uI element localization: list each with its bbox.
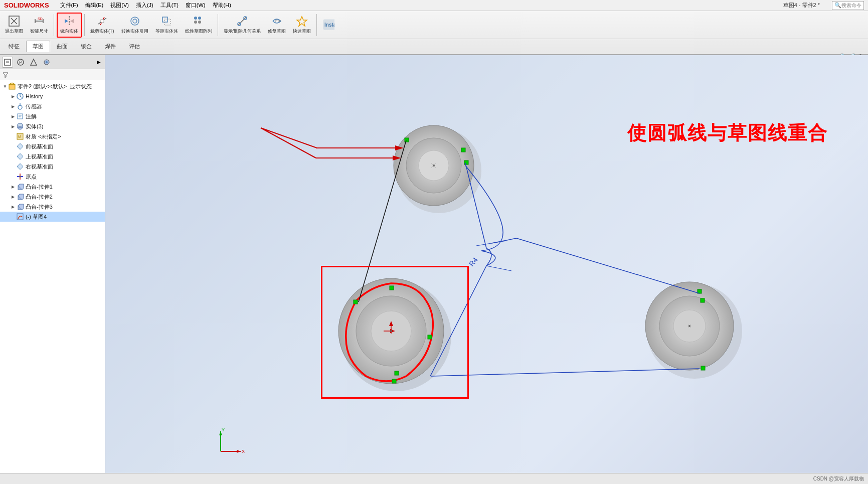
- annotation-icon: [16, 112, 24, 120]
- svg-marker-48: [17, 143, 23, 149]
- toolbar-separator-3: [218, 14, 218, 36]
- expand-icon-extrude3: ▶: [10, 204, 16, 210]
- menu-insert[interactable]: 插入(J): [133, 1, 156, 10]
- offset-entity-button[interactable]: 等距实体体: [152, 13, 181, 38]
- exit-sketch-button[interactable]: 退出草图: [2, 13, 26, 38]
- svg-point-18: [198, 21, 201, 24]
- tree-item-right-plane[interactable]: 右视基准面: [0, 162, 105, 172]
- svg-rect-80: [354, 300, 358, 304]
- svg-line-99: [486, 266, 511, 271]
- mirror-entity-button[interactable]: 镜向实体: [57, 13, 82, 38]
- window-title: 草图4 - 零件2 *: [783, 2, 820, 9]
- svg-rect-10: [101, 20, 104, 23]
- svg-line-100: [491, 238, 516, 243]
- linear-pattern-button[interactable]: 线性草图阵列: [182, 13, 215, 38]
- toolbar-row1: 退出草图 SD 智能尺寸: [0, 11, 868, 39]
- tree-item-material[interactable]: M 材质 <未指定>: [0, 131, 105, 141]
- tab-evaluate[interactable]: 评估: [122, 41, 146, 52]
- mirror-icon: [63, 15, 75, 27]
- offset-icon: [160, 15, 172, 27]
- svg-marker-23: [297, 17, 307, 26]
- menu-view[interactable]: 视图(V): [107, 1, 132, 10]
- search-box[interactable]: 🔍 搜索命令: [832, 1, 864, 10]
- r4-label: R4: [467, 256, 479, 268]
- panel-tab-feature[interactable]: [2, 57, 13, 68]
- expand-icon-extrude1: ▶: [10, 184, 16, 190]
- panel-tab-property[interactable]: P: [15, 57, 26, 68]
- tab-surface[interactable]: 曲面: [50, 41, 74, 52]
- material-label: 材质 <未指定>: [26, 133, 61, 140]
- svg-point-15: [194, 17, 197, 20]
- svg-point-11: [131, 17, 139, 25]
- extrude3-label: 凸台-拉伸3: [26, 203, 53, 211]
- panel-expand-button[interactable]: ▶: [95, 58, 103, 66]
- svg-point-45: [18, 123, 23, 126]
- search-label[interactable]: 搜索命令: [841, 2, 861, 9]
- menu-tools[interactable]: 工具(T): [157, 1, 182, 10]
- sensor-icon: [16, 102, 24, 110]
- svg-point-67: [433, 165, 435, 167]
- extrude2-icon: [16, 193, 24, 201]
- tab-weld[interactable]: 焊件: [98, 41, 122, 52]
- tree-item-extrude2[interactable]: ▶ 凸台-拉伸2: [0, 192, 105, 202]
- sketch4-label: (-) 草图4: [26, 213, 47, 221]
- svg-rect-81: [390, 286, 394, 290]
- top-plane-label: 上视基准面: [26, 153, 53, 160]
- panel-tab-config[interactable]: [28, 57, 39, 68]
- expand-icon-origin: [10, 174, 16, 180]
- instant2d-button[interactable]: Instant2D: [319, 13, 337, 38]
- panel-tab-display[interactable]: [41, 57, 52, 68]
- svg-line-37: [20, 96, 22, 97]
- extrude2-label: 凸台-拉伸2: [26, 193, 53, 201]
- show-delete-relations-button[interactable]: 显示/删除几何关系: [221, 13, 264, 38]
- tab-sheet-metal[interactable]: 钣金: [74, 41, 98, 52]
- trim-entity-button[interactable]: 裁剪实体(T): [87, 13, 117, 38]
- expand-icon-annotation: ▶: [10, 113, 16, 119]
- menu-help[interactable]: 帮助(H): [210, 1, 234, 10]
- tree-item-annotation[interactable]: ▶ 注解: [0, 111, 105, 121]
- filter-bar: [0, 69, 105, 80]
- svg-rect-94: [701, 366, 705, 370]
- tab-feature[interactable]: 特征: [2, 41, 26, 52]
- menu-window[interactable]: 窗口(W): [183, 1, 209, 10]
- tree-item-origin[interactable]: 原点: [0, 172, 105, 182]
- svg-line-19: [238, 17, 246, 25]
- repair-sketch-button[interactable]: Fix 修复草图: [265, 13, 289, 38]
- history-label: History: [26, 93, 43, 99]
- convert-entity-button[interactable]: 转换实体引用: [118, 13, 151, 38]
- tree-item-sensor[interactable]: ▶ 传感器: [0, 101, 105, 111]
- history-icon: [16, 92, 24, 100]
- canvas-area[interactable]: R4 使圆弧线与草图线重合 X: [105, 55, 868, 473]
- svg-rect-82: [428, 335, 432, 339]
- tree-item-top-plane[interactable]: 上视基准面: [0, 151, 105, 162]
- tree-item-history[interactable]: ▶ History: [0, 91, 105, 101]
- expand-icon-solid: ▶: [10, 123, 16, 129]
- tree-item-solid[interactable]: ▶ 实体(3): [0, 121, 105, 131]
- toolbar-tabs: 特征 草图 曲面 钣金 焊件 评估: [0, 39, 868, 53]
- svg-point-38: [18, 105, 22, 109]
- tree-item-sketch4[interactable]: (-) 草图4: [0, 212, 105, 222]
- tab-sketch[interactable]: 草图: [26, 41, 50, 52]
- expand-icon-sketch4: [10, 214, 16, 220]
- tree-item-part[interactable]: ▼ 零件2 (默认<<默认>_显示状态: [0, 81, 105, 91]
- svg-rect-26: [5, 59, 11, 65]
- menu-edit[interactable]: 编辑(E): [82, 1, 107, 10]
- tree-item-front-plane[interactable]: 前视基准面: [0, 141, 105, 151]
- origin-icon: [16, 173, 24, 181]
- svg-point-12: [133, 19, 137, 23]
- extrude1-label: 凸台-拉伸1: [26, 183, 53, 191]
- sketch4-icon: [16, 213, 24, 221]
- svg-point-79: [390, 330, 392, 332]
- expand-icon-sensor: ▶: [10, 103, 16, 109]
- filter-icon: [2, 71, 9, 78]
- tree-item-extrude3[interactable]: ▶ 凸台-拉伸3: [0, 202, 105, 212]
- svg-marker-34: [9, 83, 15, 84]
- menu-file[interactable]: 文件(F): [57, 1, 81, 10]
- right-plane-icon: [16, 163, 24, 171]
- smart-dimension-button[interactable]: SD 智能尺寸: [27, 13, 51, 38]
- solid-label: 实体(3): [26, 123, 43, 130]
- quick-sketch-button[interactable]: 快速草图: [290, 13, 314, 38]
- svg-point-53: [19, 176, 21, 178]
- tree-item-extrude1[interactable]: ▶ 凸台-拉伸1: [0, 182, 105, 192]
- svg-point-17: [194, 21, 197, 24]
